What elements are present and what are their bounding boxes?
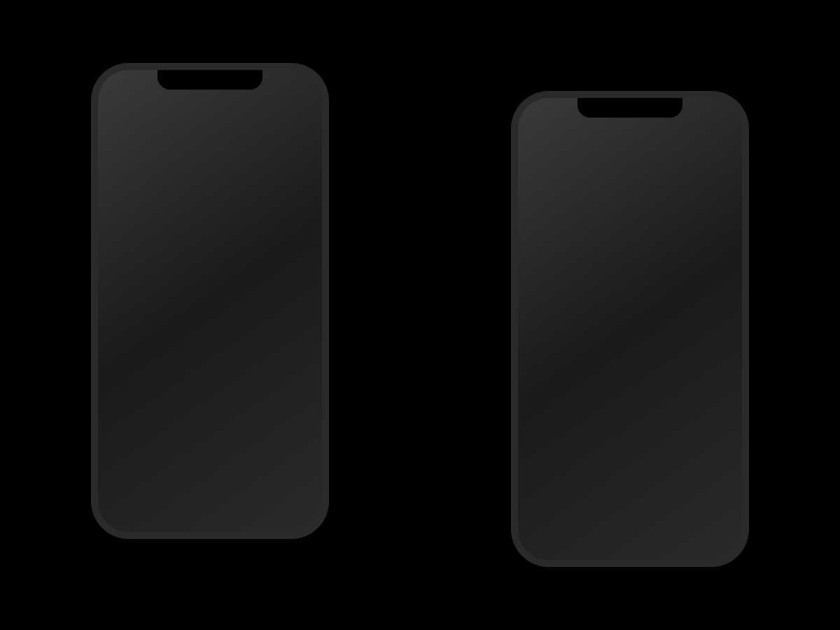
scene: 9:41 (35, 28, 805, 602)
key-t[interactable]: T (570, 344, 592, 372)
wifi-icon-right (681, 114, 692, 122)
thumb-city-ny: New York (131, 379, 165, 387)
key-v[interactable]: V (616, 414, 637, 442)
message-apps-button[interactable]: A (526, 279, 547, 300)
tab-albums-icon (228, 481, 248, 500)
voice-input-button[interactable] (713, 279, 734, 300)
key-n[interactable]: N (664, 414, 685, 442)
key-l[interactable]: L (681, 379, 702, 407)
emoji-neutral[interactable]: 😶 (643, 492, 662, 510)
imessage-app-icon-2[interactable]: 🌐 (556, 311, 580, 335)
mic-emoji-button[interactable] (716, 494, 727, 508)
hero-memory-year: 2018 (200, 303, 220, 314)
svg-text:A: A (535, 286, 540, 293)
battery-icon-right: 90 (696, 114, 725, 123)
contact-name[interactable]: Skyline & iDesigner > (583, 203, 676, 214)
messages-body: ing on? (518, 220, 742, 272)
imessage-app-icon-3[interactable]: 🐶 (585, 311, 609, 335)
key-y[interactable]: Y (595, 344, 616, 372)
svg-rect-0 (118, 485, 134, 496)
svg-rect-4 (230, 486, 241, 496)
phone-left: 9:41 (91, 63, 329, 539)
key-j[interactable]: J (632, 379, 653, 407)
keyboard-row-4: 123 space return (521, 449, 739, 477)
keyboard: R T Y U I O P F G H J K L ⇧ (518, 339, 742, 487)
key-h[interactable]: H (608, 379, 629, 407)
svg-rect-10 (721, 284, 725, 290)
key-r[interactable]: R (546, 344, 567, 372)
thumb-city-sf: San Francisco (203, 379, 255, 387)
memory-thumb-sf[interactable]: San Francisco 2018 (190, 332, 267, 398)
hero-memory-card[interactable]: Apple Park 2018 (109, 178, 311, 325)
shift-key[interactable]: ⇧ (521, 414, 589, 442)
messages-header: Skyline & iDesigner > (518, 129, 742, 220)
see-all-button[interactable]: See All (278, 158, 311, 169)
tab-photos-label: Photos (115, 503, 136, 511)
svg-rect-5 (233, 484, 244, 494)
notch-left (158, 70, 262, 90)
tab-for-you-icon (172, 481, 192, 500)
svg-rect-12 (720, 495, 724, 502)
contact-avatar (612, 164, 648, 200)
home-indicator-right (588, 553, 672, 556)
emoji-pizza[interactable]: 🍕 (533, 492, 552, 510)
numbers-key[interactable]: 123 (521, 449, 570, 477)
key-p[interactable]: P (693, 344, 714, 372)
key-b[interactable]: B (640, 414, 661, 442)
key-o[interactable]: O (668, 344, 690, 372)
keyboard-row-3: ⇧ C V B N M ⌫ (521, 414, 739, 442)
delete-key[interactable]: ⌫ (711, 414, 739, 442)
emoji-rocket[interactable]: 🚀 (569, 492, 588, 510)
key-i[interactable]: I (644, 344, 665, 372)
tab-albums[interactable]: Albums (210, 481, 266, 511)
key-k[interactable]: K (657, 379, 678, 407)
tab-search[interactable]: Search (266, 481, 322, 511)
message-input-area: A iMessage (518, 272, 742, 306)
tab-photos[interactable]: Photos (98, 481, 154, 511)
emoji-thumbsup[interactable]: 👍 (606, 492, 625, 510)
phone-right: 90 Skyline & iDesigner > (511, 91, 749, 567)
imessage-app-icon-5[interactable]: ❤️ (644, 311, 668, 335)
tab-for-you[interactable]: For You (154, 481, 210, 511)
message-text: ing on? (539, 237, 573, 248)
keyboard-row-2: F G H J K L (521, 379, 739, 407)
emoji-ghost[interactable]: 👻 (680, 492, 699, 510)
phone-right-screen: 90 Skyline & iDesigner > (518, 98, 742, 560)
imessage-input[interactable]: iMessage (553, 278, 707, 300)
app-strip: 🔴 🌐 🐶 🎵 ❤️ (518, 306, 742, 339)
home-indicator-left (168, 525, 252, 528)
phone-left-screen: 9:41 (98, 70, 322, 532)
tab-photos-icon (116, 481, 136, 500)
tab-bar: Photos For You (98, 473, 322, 532)
imessage-app-icon-1[interactable]: 🔴 (526, 311, 550, 335)
photos-title: For You (109, 119, 311, 145)
key-c[interactable]: C (592, 414, 613, 442)
memory-thumb-cityscape[interactable] (190, 402, 267, 458)
emoji-row: 🍕 🚀 👍 😶 👻 (518, 487, 742, 514)
keyboard-row-1: R T Y U I O P (521, 344, 739, 372)
photos-date: TUESDAY, SEPTEMBER 12 (109, 101, 311, 118)
memory-thumb-golden-gate[interactable] (109, 402, 186, 458)
memories-label: Memories (109, 156, 168, 171)
thumb-year-ny: 2018 (141, 387, 155, 394)
memories-header: Memories See All (109, 156, 311, 171)
memory-thumb-3[interactable] (272, 332, 311, 398)
key-m[interactable]: M (687, 414, 708, 442)
wifi-icon (261, 86, 272, 94)
notch-right (578, 98, 682, 118)
avatar-icon (620, 174, 640, 190)
imessage-app-icon-4[interactable]: 🎵 (615, 311, 638, 335)
battery-icon: 90 (276, 86, 305, 95)
svg-rect-8 (627, 183, 633, 189)
space-key[interactable]: space (573, 449, 671, 477)
imessage-placeholder: iMessage (561, 284, 603, 295)
key-g[interactable]: G (583, 379, 604, 407)
memory-thumb-blue[interactable] (272, 402, 311, 458)
return-key[interactable]: return (673, 449, 739, 477)
key-f[interactable]: F (559, 379, 580, 407)
memory-thumb-newyork[interactable]: New York 2018 (109, 332, 186, 398)
tab-for-you-label: For You (170, 503, 194, 511)
key-u[interactable]: U (620, 344, 640, 372)
status-time-left: 9:41 (115, 85, 136, 97)
svg-rect-2 (174, 485, 190, 496)
